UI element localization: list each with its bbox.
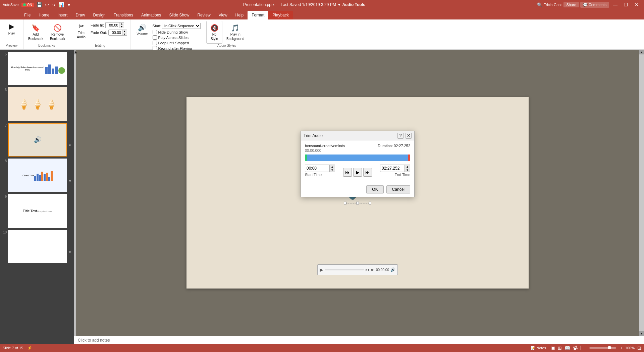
tab-slideshow[interactable]: Slide Show xyxy=(165,11,193,19)
audio-play-button[interactable]: ▶ xyxy=(320,267,323,272)
view-sorter-button[interactable]: ⊞ xyxy=(558,345,562,351)
fade-in-spinbox[interactable]: ▲ ▼ xyxy=(105,22,124,28)
trim-ok-button[interactable]: OK xyxy=(366,185,383,193)
play-in-background-button[interactable]: 🎵 Play in Background xyxy=(224,21,247,44)
zoom-slider[interactable] xyxy=(589,347,616,349)
slide-thumb-5[interactable]: 5 Monthly Sales have increased 60% xyxy=(1,51,72,86)
trim-start-down[interactable]: ▼ xyxy=(329,168,335,172)
view-reading-button[interactable]: 📖 xyxy=(565,345,570,351)
volume-button[interactable]: 🔊 Volume xyxy=(134,22,150,37)
play-across-slides-checkbox[interactable] xyxy=(153,35,157,40)
audio-forward-button[interactable]: ⏭ xyxy=(371,267,375,272)
audio-back-button[interactable]: ⏮ xyxy=(365,267,369,272)
zoom-in-button[interactable]: + xyxy=(620,346,622,350)
minimize-button[interactable]: — xyxy=(610,1,620,8)
slide-thumb-9[interactable]: 9 Title Text Body text here xyxy=(1,193,72,228)
trim-start-up[interactable]: ▲ xyxy=(329,165,335,168)
comments-button[interactable]: 💬 Comments xyxy=(580,2,609,8)
trim-help-button[interactable]: ? xyxy=(397,133,404,139)
trim-start-input[interactable]: ▲ ▼ xyxy=(305,165,335,172)
play-button[interactable]: ▶ Play xyxy=(4,21,20,37)
tab-animations[interactable]: Animations xyxy=(137,11,165,19)
scroll-up-arrow[interactable]: ▲ xyxy=(639,50,644,54)
start-select[interactable]: In Click Sequence Automatically When Cli… xyxy=(162,23,201,29)
trim-audio-button[interactable]: ✂ Trim Audio xyxy=(73,21,89,40)
slide-thumb-10[interactable]: 10 ★ xyxy=(1,229,72,264)
tab-help[interactable]: Help xyxy=(231,11,248,19)
trim-end-up[interactable]: ▲ xyxy=(405,165,410,168)
fade-in-down[interactable]: ▼ xyxy=(119,25,124,28)
tab-playback[interactable]: Playback xyxy=(268,11,293,19)
scroll-down-arrow[interactable]: ▼ xyxy=(639,331,644,336)
slide-5-preview[interactable]: Monthly Sales have increased 60% xyxy=(8,52,67,85)
slide-thumb-7[interactable]: 7 🔊 ★ xyxy=(1,122,72,157)
hide-during-show-row[interactable]: Hide During Show xyxy=(153,30,201,34)
restore-button[interactable]: ❐ xyxy=(621,1,631,8)
fade-in-input[interactable] xyxy=(106,23,119,28)
trim-track[interactable] xyxy=(305,155,410,161)
trim-close-button[interactable]: ✕ xyxy=(406,133,412,139)
tab-review[interactable]: Review xyxy=(193,11,214,19)
notes-bar[interactable]: Click to add notes xyxy=(74,336,644,344)
trim-forward-button[interactable]: ⏭ xyxy=(363,168,372,177)
loop-until-stopped-row[interactable]: Loop until Stopped xyxy=(153,41,201,45)
trim-end-input[interactable]: ▲ ▼ xyxy=(380,165,410,172)
tab-draw[interactable]: Draw xyxy=(71,11,89,19)
tab-design[interactable]: Design xyxy=(89,11,109,19)
fade-out-up[interactable]: ▲ xyxy=(122,30,127,33)
slide-9-preview[interactable]: Title Text Body text here xyxy=(8,194,67,228)
hide-during-show-checkbox[interactable] xyxy=(153,30,157,34)
trim-end-down[interactable]: ▼ xyxy=(405,168,410,172)
accessibility-icon[interactable]: ⚡ xyxy=(27,346,32,350)
loop-until-stopped-checkbox[interactable] xyxy=(153,41,157,45)
audio-progress-bar[interactable] xyxy=(325,269,364,270)
trim-end-value[interactable] xyxy=(380,165,405,171)
trim-handle-right[interactable] xyxy=(408,155,410,161)
no-style-button[interactable]: 🔇 No Style xyxy=(206,21,222,44)
fade-in-up[interactable]: ▲ xyxy=(119,22,124,25)
tab-transitions[interactable]: Transitions xyxy=(110,11,137,19)
view-normal-button[interactable]: ▣ xyxy=(551,345,555,351)
trim-play-button[interactable]: ▶ xyxy=(353,168,362,177)
start-time-label: Start Time xyxy=(305,173,335,177)
tab-format[interactable]: Format xyxy=(248,11,268,19)
tab-file[interactable]: File xyxy=(20,11,35,19)
fade-out-spinbox[interactable]: ▲ ▼ xyxy=(108,30,127,36)
slide-thumb-8[interactable]: 8 Chart Title ★ xyxy=(1,158,72,193)
trim-back-button[interactable]: ⏮ xyxy=(343,168,352,177)
audio-volume-button[interactable]: 🔊 xyxy=(390,267,395,272)
share-button[interactable]: Share xyxy=(564,2,579,7)
tab-view[interactable]: View xyxy=(215,11,231,19)
fade-out-input[interactable] xyxy=(109,30,122,35)
slide-thumb-6[interactable]: 6 🍦 🍦 🍦 xyxy=(1,87,72,122)
redo-icon[interactable]: ↪ xyxy=(52,2,56,7)
trim-cancel-button[interactable]: Cancel xyxy=(386,185,410,193)
slide-8-preview[interactable]: Chart Title xyxy=(8,159,67,192)
tab-insert[interactable]: Insert xyxy=(53,11,71,19)
slide-10-preview[interactable] xyxy=(8,230,67,263)
autosave-badge[interactable]: ON xyxy=(21,3,34,7)
trim-handle-left[interactable] xyxy=(305,155,307,161)
fit-button[interactable]: ⊡ xyxy=(637,345,641,351)
trim-start-value[interactable] xyxy=(305,165,329,171)
zoom-out-button[interactable]: − xyxy=(583,346,585,350)
close-button[interactable]: ✕ xyxy=(632,1,641,8)
add-bookmark-button[interactable]: 🔖 Add Bookmark xyxy=(25,21,46,44)
presentation-icon[interactable]: 📊 xyxy=(58,2,64,7)
fade-out-down[interactable]: ▼ xyxy=(122,33,127,36)
handle-bl[interactable] xyxy=(344,202,346,205)
view-slideshow-button[interactable]: 📽 xyxy=(573,345,578,351)
search-icon[interactable]: 🔍 xyxy=(537,2,542,7)
tab-home[interactable]: Home xyxy=(35,11,53,19)
play-across-slides-row[interactable]: Play Across Slides xyxy=(153,35,201,40)
handle-bc[interactable] xyxy=(356,202,359,205)
right-scrollbar[interactable]: ▲ ▼ xyxy=(639,50,644,336)
undo-icon[interactable]: ↩ xyxy=(45,2,49,7)
notes-button[interactable]: 📝 Notes xyxy=(529,346,548,350)
handle-br[interactable] xyxy=(369,202,371,205)
slide-6-preview[interactable]: 🍦 🍦 🍦 xyxy=(8,87,67,121)
customize-icon[interactable]: ▼ xyxy=(67,2,71,7)
slide-7-preview[interactable]: 🔊 xyxy=(8,123,67,157)
remove-bookmark-button[interactable]: 🚫 Remove Bookmark xyxy=(47,21,68,44)
save-icon[interactable]: 💾 xyxy=(37,2,42,7)
